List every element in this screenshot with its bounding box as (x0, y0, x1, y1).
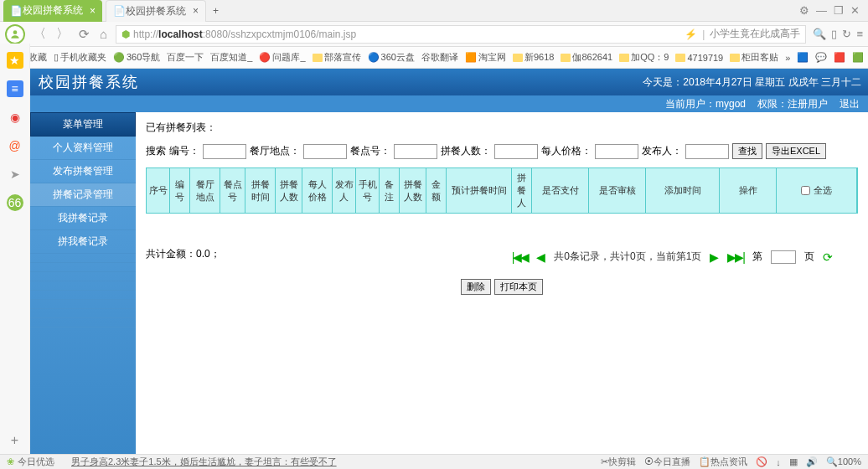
bookmark-item[interactable]: 🔴问题库_ (259, 51, 305, 64)
bm-icon[interactable]: 💬 (815, 52, 827, 63)
search-button[interactable]: 查找 (732, 143, 762, 159)
first-page-icon[interactable]: |◀◀ (512, 250, 529, 264)
sidebar-item-empty[interactable] (30, 272, 136, 281)
input-id[interactable] (203, 144, 246, 159)
sidebar-item-empty[interactable] (30, 300, 136, 309)
bm-icon[interactable]: 🟦 (797, 52, 809, 63)
input-publisher[interactable] (685, 144, 729, 159)
zoom-label[interactable]: 🔍100% (826, 456, 861, 467)
bookmark-item[interactable]: 🟢360导航 (113, 51, 160, 64)
reload-icon[interactable]: ⟳ (77, 27, 91, 42)
close-icon[interactable]: × (90, 5, 96, 17)
bookmark-item[interactable]: 🔵360云盘 (368, 51, 415, 64)
sidebar-item-empty[interactable] (30, 281, 136, 291)
maximize-icon[interactable]: ❐ (834, 4, 844, 17)
avatar[interactable] (5, 24, 25, 44)
export-button[interactable]: 导出EXCEL (766, 143, 826, 159)
lightning-icon[interactable]: ⚡ (685, 28, 697, 40)
last-page-icon[interactable]: ▶▶| (727, 250, 744, 264)
home-icon[interactable]: ⌂ (98, 27, 109, 41)
refresh-icon[interactable]: ↻ (842, 28, 851, 40)
bm-icon[interactable]: 🟥 (834, 52, 845, 63)
page-label: 第 (752, 250, 762, 264)
phone-icon[interactable]: ▯ (831, 28, 837, 40)
status-item[interactable]: ⦿今日直播 (644, 456, 690, 468)
sidebar-item-mine[interactable]: 拼我餐记录 (30, 230, 136, 254)
sidebar-item-records[interactable]: 拼餐记录管理 (30, 183, 136, 207)
bookmark-item[interactable]: 4719719 (675, 53, 723, 63)
status-marquee[interactable]: 男子身高2.3米妻子1.5米，婚后生活尴尬，妻子坦言：有些受不了 (71, 456, 337, 468)
bookmark-item[interactable]: 百度一下 (167, 51, 204, 64)
bookmark-item[interactable]: 谷歌翻译 (421, 51, 458, 64)
sidebar-item-empty[interactable] (30, 254, 136, 263)
bm-icon[interactable]: 🟩 (852, 52, 864, 63)
menu-icon[interactable]: ≡ (856, 28, 863, 40)
back-icon[interactable]: 〈 (32, 26, 48, 42)
input-meal[interactable] (394, 144, 437, 159)
star-icon[interactable]: ★ (7, 52, 23, 69)
logout-link[interactable]: 退出 (840, 97, 860, 111)
bookmark-item[interactable]: 新9618 (513, 51, 554, 64)
status-item[interactable]: ✂快剪辑 (601, 456, 636, 468)
sidebar-item-empty[interactable] (30, 318, 136, 327)
bookmark-item[interactable]: 🟧淘宝网 (465, 51, 506, 64)
tab-icon: 📄 (113, 5, 126, 17)
left-rail: ★ ≡ ◉ @ ➤ 66 + (0, 44, 30, 454)
weibo-icon[interactable]: ◉ (7, 109, 23, 126)
go-page-icon[interactable]: ⟳ (823, 250, 833, 264)
col-loc: 餐厅地点 (190, 168, 220, 213)
input-count[interactable] (494, 144, 538, 159)
bookmarks-bar: ◀ ★收藏 ▯手机收藏夹 🟢360导航 百度一下 百度知道_ 🔴问题库_ 部落宣… (0, 47, 868, 69)
bookmark-item[interactable]: ▯手机收藏夹 (54, 51, 106, 64)
forward-icon[interactable]: 〉 (54, 26, 70, 42)
app-icon[interactable]: ▦ (789, 456, 798, 467)
input-price[interactable] (595, 144, 638, 159)
bookmark-item[interactable]: 部落宣传 (313, 51, 361, 64)
label-f1: 编号： (169, 144, 199, 158)
sidebar-item-my[interactable]: 我拼餐记录 (30, 207, 136, 230)
input-location[interactable] (303, 144, 347, 159)
select-all-checkbox[interactable] (801, 186, 810, 195)
block-icon[interactable]: 🚫 (756, 456, 767, 467)
minimize-icon[interactable]: — (816, 4, 827, 17)
bookmark-item[interactable]: 伽862641 (561, 51, 612, 64)
bookmark-item[interactable]: 百度知道_ (210, 51, 252, 64)
download-icon[interactable]: ↓ (776, 457, 781, 467)
shield-icon: ⬢ (121, 28, 130, 40)
new-tab-button[interactable]: + (206, 5, 225, 17)
settings-icon[interactable]: ⚙ (799, 4, 809, 17)
prev-page-icon[interactable]: ◀ (536, 250, 545, 264)
app-subbar: 当前用户：mygod 权限：注册用户 退出 (0, 95, 868, 112)
label-f3: 餐点号： (350, 144, 390, 158)
badge-icon[interactable]: 66 (7, 194, 23, 211)
arrow-icon[interactable]: ➤ (7, 166, 23, 183)
page-input[interactable] (771, 250, 796, 264)
sidebar-item-empty[interactable] (30, 291, 136, 300)
url-input[interactable]: ⬢ http:// localhost :8080/sshzxpcxtmjm01… (116, 25, 806, 44)
col-phone: 手机号 (356, 168, 380, 213)
bookmark-item[interactable]: 柜田客贴 (730, 51, 778, 64)
sidebar-item-empty[interactable] (30, 309, 136, 318)
status-left[interactable]: 今日优选 (18, 456, 54, 468)
sidebar-item-empty[interactable] (30, 263, 136, 272)
status-item[interactable]: 📋热点资讯 (699, 456, 747, 468)
chevron-right-icon[interactable]: » (785, 53, 790, 63)
col-person: 拼餐人 (512, 168, 532, 213)
close-window-icon[interactable]: ✕ (850, 4, 860, 17)
search-icon[interactable]: 🔍 (813, 28, 826, 40)
sidebar-item-publish[interactable]: 发布拼餐管理 (30, 160, 136, 183)
next-page-icon[interactable]: ▶ (710, 250, 719, 264)
tab-inactive[interactable]: 📄 校园拼餐系统 × (106, 0, 206, 22)
delete-button[interactable]: 删除 (461, 279, 491, 295)
plus-icon[interactable]: + (7, 432, 23, 449)
doc-icon[interactable]: ≡ (7, 80, 23, 97)
sound-icon[interactable]: 🔊 (806, 456, 818, 467)
bookmark-item[interactable]: 加QQ：9 (619, 51, 669, 64)
sidebar-item-profile[interactable]: 个人资料管理 (30, 137, 136, 160)
leaf-icon: ❀ (7, 456, 14, 467)
tab-active[interactable]: 📄 校园拼餐系统 × (3, 0, 102, 22)
close-icon[interactable]: × (193, 5, 199, 17)
print-button[interactable]: 打印本页 (494, 279, 543, 295)
at-icon[interactable]: @ (7, 137, 23, 154)
col-paid: 是否支付 (532, 168, 589, 213)
